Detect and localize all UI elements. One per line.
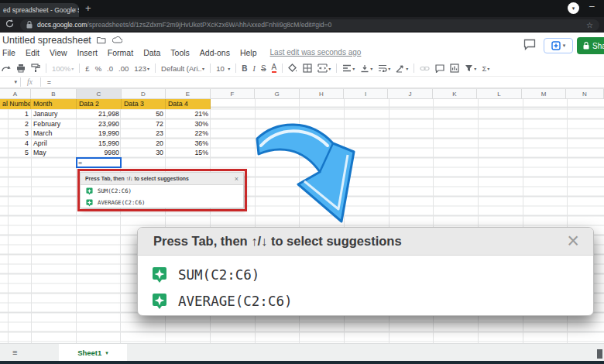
zoom-select[interactable]: 100%▾ bbox=[52, 64, 74, 73]
bold-button[interactable]: B bbox=[242, 64, 247, 73]
cell[interactable]: 50 bbox=[122, 109, 166, 119]
menu-format[interactable]: Format bbox=[108, 48, 133, 57]
bookmark-star-icon[interactable]: ☆ bbox=[586, 21, 593, 29]
column-header-L[interactable]: L bbox=[477, 89, 522, 98]
column-header-C[interactable]: C bbox=[77, 89, 122, 98]
format-percent-button[interactable]: % bbox=[95, 64, 101, 73]
formula-input[interactable]: = bbox=[47, 78, 51, 86]
menu-file[interactable]: File bbox=[2, 48, 15, 57]
functions-button[interactable]: Σ▾ bbox=[482, 64, 489, 73]
cell[interactable]: 15% bbox=[166, 148, 211, 158]
sheet-tab-active[interactable]: Sheet1 ▾ bbox=[59, 344, 127, 362]
menu-edit[interactable]: Edit bbox=[26, 48, 39, 57]
header-cell[interactable]: Data 2 bbox=[77, 99, 122, 109]
menu-insert[interactable]: Insert bbox=[77, 48, 98, 57]
last-edit-status[interactable]: Last edit was seconds ago bbox=[270, 48, 362, 57]
browser-tab[interactable]: ed spreadsheet - Google S × bbox=[0, 3, 79, 17]
cell[interactable]: 72 bbox=[122, 119, 166, 129]
font-select[interactable]: Default (Ari...▾ bbox=[161, 64, 204, 73]
horizontal-scrollbar[interactable] bbox=[597, 349, 602, 359]
menu-add-ons[interactable]: Add-ons bbox=[200, 48, 230, 57]
redo-icon[interactable] bbox=[2, 64, 11, 73]
name-box[interactable]: ▾ bbox=[0, 79, 20, 85]
column-header-K[interactable]: K bbox=[433, 89, 477, 98]
header-cell[interactable]: Data 3 bbox=[122, 99, 166, 109]
cell[interactable]: 30 bbox=[122, 148, 166, 158]
cell[interactable]: February bbox=[31, 119, 77, 129]
font-size-select[interactable]: 10 ▾ bbox=[216, 64, 230, 73]
cell[interactable]: 36% bbox=[166, 139, 211, 149]
cell[interactable]: 15,990 bbox=[77, 139, 122, 149]
close-icon[interactable]: × bbox=[567, 231, 579, 252]
fill-color-icon[interactable] bbox=[288, 64, 297, 73]
present-to-meeting-button[interactable]: ▾ bbox=[544, 38, 573, 53]
print-icon[interactable] bbox=[16, 64, 26, 73]
cell[interactable]: 30% bbox=[166, 119, 211, 129]
column-header-M[interactable]: M bbox=[522, 89, 566, 98]
insert-comment-icon[interactable] bbox=[435, 64, 444, 73]
cell[interactable]: 5 bbox=[0, 148, 31, 158]
cell[interactable]: April bbox=[31, 139, 77, 149]
cell[interactable]: 21,998 bbox=[77, 109, 122, 119]
vertical-align-button[interactable]: ▾ bbox=[360, 64, 372, 73]
column-header-G[interactable]: G bbox=[255, 89, 300, 98]
column-header-D[interactable]: D bbox=[122, 89, 166, 98]
move-folder-icon[interactable] bbox=[97, 36, 106, 44]
cell[interactable]: 1 bbox=[0, 109, 31, 119]
star-document-icon[interactable]: ☆ bbox=[84, 36, 91, 44]
decrease-decimal-button[interactable]: .0 bbox=[107, 64, 113, 73]
cell[interactable]: 22% bbox=[166, 129, 211, 139]
column-header-I[interactable]: I bbox=[344, 89, 388, 98]
cell[interactable]: 4 bbox=[0, 139, 31, 149]
italic-button[interactable]: I bbox=[253, 64, 256, 73]
cell[interactable]: 23 bbox=[122, 129, 166, 139]
column-header-A[interactable]: A bbox=[0, 89, 31, 98]
header-cell[interactable]: Data 4 bbox=[166, 99, 211, 109]
column-header-E[interactable]: E bbox=[166, 89, 211, 98]
suggestion-item[interactable]: AVERAGE(C2:C6) bbox=[152, 288, 593, 314]
cell[interactable]: March bbox=[31, 129, 77, 139]
text-rotation-button[interactable]: ▾ bbox=[396, 64, 408, 73]
menu-help[interactable]: Help bbox=[240, 48, 257, 57]
browser-profile-avatar[interactable]: ▾ bbox=[568, 2, 579, 14]
filter-button[interactable]: ▾ bbox=[465, 64, 476, 72]
strikethrough-button[interactable]: S bbox=[261, 64, 266, 73]
text-color-button[interactable]: A bbox=[272, 64, 277, 73]
cell[interactable]: 2 bbox=[0, 119, 31, 129]
comment-history-icon[interactable] bbox=[523, 39, 536, 50]
horizontal-align-button[interactable]: ▾ bbox=[342, 64, 355, 72]
cell[interactable]: 20 bbox=[122, 139, 166, 149]
column-header-J[interactable]: J bbox=[388, 89, 433, 98]
insert-chart-icon[interactable] bbox=[450, 64, 459, 73]
text-wrap-button[interactable]: ▾ bbox=[378, 64, 390, 72]
header-cell[interactable]: al Number bbox=[0, 99, 31, 109]
cell[interactable]: 19,990 bbox=[77, 129, 122, 139]
column-header-N[interactable]: N bbox=[566, 89, 604, 98]
more-formats-button[interactable]: 123▾ bbox=[134, 64, 149, 73]
cell[interactable]: 9980 bbox=[77, 148, 122, 158]
column-header-B[interactable]: B bbox=[31, 89, 77, 98]
cell[interactable]: 23,990 bbox=[77, 119, 122, 129]
address-bar[interactable]: docs.google.com /spreadsheets/d/1zsZdxmF… bbox=[20, 19, 599, 31]
format-currency-button[interactable]: £ bbox=[85, 64, 89, 73]
column-header-F[interactable]: F bbox=[211, 89, 255, 98]
active-cell-c7[interactable]: = bbox=[76, 157, 122, 168]
cell[interactable]: May bbox=[31, 148, 77, 158]
merge-cells-button[interactable]: ▾ bbox=[317, 64, 331, 73]
suggestion-item[interactable]: SUM(C2:C6) bbox=[152, 262, 593, 288]
borders-icon[interactable] bbox=[303, 64, 312, 73]
insert-link-icon[interactable] bbox=[420, 65, 430, 72]
cell[interactable]: Janaury bbox=[31, 109, 77, 119]
reload-icon[interactable] bbox=[5, 19, 15, 29]
cell[interactable]: 3 bbox=[0, 129, 31, 139]
header-cell[interactable]: Month bbox=[31, 99, 77, 109]
all-sheets-menu-icon[interactable]: ≡ bbox=[12, 348, 17, 357]
menu-tools[interactable]: Tools bbox=[170, 48, 190, 57]
window-minimize-button[interactable]: – bbox=[589, 1, 595, 12]
cell[interactable]: 21% bbox=[166, 109, 211, 119]
new-tab-button[interactable]: + bbox=[85, 2, 91, 15]
share-button[interactable]: Share bbox=[577, 37, 604, 54]
increase-decimal-button[interactable]: .00 bbox=[118, 64, 129, 73]
document-title[interactable]: Untitled spreadsheet bbox=[2, 35, 91, 46]
menu-data[interactable]: Data bbox=[143, 48, 160, 57]
